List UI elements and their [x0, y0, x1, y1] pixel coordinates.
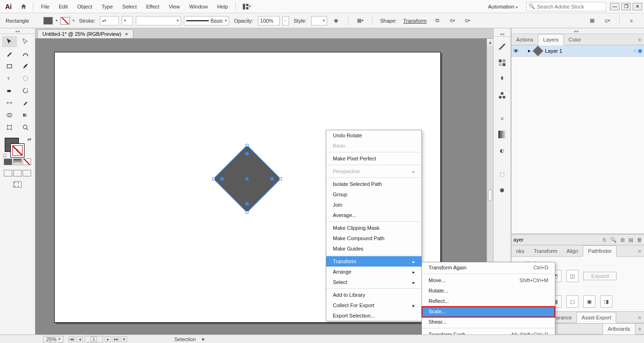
transform-icon-3[interactable]: ⧇▾: [462, 15, 474, 27]
stock-search-input[interactable]: [537, 4, 604, 9]
sub-transform-again[interactable]: Transform AgainCtrl+D: [422, 262, 555, 273]
menu-window[interactable]: Window: [185, 1, 213, 12]
next-artboard-icon[interactable]: ▸: [105, 336, 111, 342]
first-artboard-icon[interactable]: ⏮: [68, 336, 75, 342]
swap-fill-stroke-icon[interactable]: ⇄: [27, 137, 31, 142]
zoom-tool[interactable]: [18, 122, 33, 133]
ctx-group[interactable]: Group: [326, 189, 421, 200]
new-sublayer-icon[interactable]: ⊞: [620, 237, 625, 243]
ctx-average[interactable]: Average...: [326, 210, 421, 220]
opacity-value[interactable]: 100%: [258, 16, 280, 25]
paintbrush-tool[interactable]: [18, 60, 33, 72]
gradient-tool[interactable]: [18, 109, 33, 121]
draw-mode-inside[interactable]: [23, 170, 31, 176]
ctx-add-library[interactable]: Add to Library: [326, 290, 421, 300]
delete-layer-icon[interactable]: 🗑: [637, 237, 642, 243]
curvature-tool[interactable]: [18, 48, 33, 59]
opacity-menu[interactable]: ›: [282, 16, 289, 25]
collapse-panels[interactable]: ▸▸: [512, 28, 644, 34]
layer-name[interactable]: Layer 1: [545, 48, 562, 54]
tab-align[interactable]: Align: [562, 246, 583, 256]
expand-icon[interactable]: ▸: [528, 48, 531, 54]
ctx-export-selection[interactable]: Export Selection...: [326, 310, 421, 321]
tab-links[interactable]: nks: [512, 246, 529, 256]
ctx-isolate[interactable]: Isolate Selected Path: [326, 179, 421, 189]
tab-asset-export[interactable]: Asset Export: [577, 312, 616, 323]
tab-color[interactable]: Color: [564, 34, 586, 45]
menu-view[interactable]: View: [164, 1, 185, 12]
screen-mode[interactable]: ⛶: [13, 181, 22, 188]
properties-icon[interactable]: [496, 41, 508, 53]
expand-button[interactable]: Expand: [583, 272, 617, 280]
new-layer-icon[interactable]: ▤: [628, 237, 633, 243]
ctx-join[interactable]: Join: [326, 200, 421, 210]
sub-shear[interactable]: Shear...: [422, 317, 555, 327]
menu-edit[interactable]: Edit: [54, 1, 73, 12]
panel-menu-icon[interactable]: ≡: [625, 15, 637, 27]
selection-tool[interactable]: [2, 36, 17, 47]
close-button[interactable]: ✕: [633, 3, 642, 10]
chevron-down-icon[interactable]: ▾: [56, 18, 58, 23]
tab-pathfinder[interactable]: Pathfinder: [583, 245, 617, 257]
color-mode-gradient[interactable]: [13, 159, 22, 165]
3d-panel-icon[interactable]: ⬢: [496, 184, 508, 196]
ctx-transform[interactable]: Transform▸: [326, 256, 421, 267]
ctx-make-guides[interactable]: Make Guides: [326, 243, 421, 254]
type-tool[interactable]: T: [2, 73, 17, 84]
exclude-button[interactable]: ◫: [566, 270, 578, 282]
transparency-panel-icon[interactable]: ◐: [496, 144, 508, 157]
menu-select[interactable]: Select: [117, 1, 141, 12]
ctx-pixel-perfect[interactable]: Make Pixel Perfect: [326, 153, 421, 164]
crop-button[interactable]: ▢: [566, 295, 578, 308]
panel-menu-icon[interactable]: ≡: [636, 315, 644, 320]
pen-tool[interactable]: [2, 48, 17, 59]
stroke-swatch[interactable]: [60, 17, 70, 25]
home-icon[interactable]: [17, 0, 30, 13]
prefs-icon[interactable]: ⎚▾: [601, 15, 613, 27]
sub-rotate[interactable]: Rotate...: [422, 285, 555, 296]
brushes-icon[interactable]: [496, 73, 508, 85]
tab-artboards[interactable]: Artboards: [603, 323, 636, 335]
layer-row[interactable]: 👁 ▸ Layer 1 ○ ◼: [512, 45, 644, 57]
tab-layers[interactable]: Layers: [538, 34, 564, 45]
stroke-weight-menu[interactable]: ▾: [122, 16, 133, 25]
minus-back-button[interactable]: ◨: [600, 295, 612, 308]
minimize-button[interactable]: —: [610, 3, 619, 10]
rectangle-tool[interactable]: [2, 60, 17, 72]
transform-icon-2[interactable]: ⧈▾: [446, 15, 459, 27]
symbols-icon[interactable]: [496, 89, 508, 101]
menu-file[interactable]: File: [36, 1, 54, 12]
restore-button[interactable]: ❐: [621, 3, 631, 10]
color-mode-none[interactable]: [23, 159, 31, 165]
sub-move[interactable]: Move...Shift+Ctrl+M: [422, 275, 555, 285]
shape-builder-tool[interactable]: [2, 109, 17, 121]
zoom-level[interactable]: 25%▾: [43, 336, 64, 343]
stroke-color[interactable]: [10, 143, 25, 158]
draw-mode-behind[interactable]: [13, 170, 22, 176]
align-icon[interactable]: ▦▾: [354, 15, 366, 27]
prev-artboard-icon[interactable]: ◂: [76, 336, 83, 342]
ctx-compound-path[interactable]: Make Compound Path: [326, 233, 421, 243]
width-tool[interactable]: [2, 97, 17, 109]
artboard-nav-menu[interactable]: ▾: [121, 336, 127, 342]
style-menu[interactable]: ▾: [311, 16, 327, 25]
menu-type[interactable]: Type: [97, 1, 118, 12]
eraser-tool[interactable]: [2, 85, 17, 96]
ctx-arrange[interactable]: Arrange▸: [326, 267, 421, 277]
fill-swatch[interactable]: [43, 17, 53, 25]
brush-def[interactable]: Basic ▾: [184, 16, 229, 25]
default-fill-stroke-icon[interactable]: ◻: [3, 152, 7, 158]
menu-object[interactable]: Object: [73, 1, 97, 12]
stroke-weight[interactable]: ▴▾: [100, 16, 119, 25]
rotate-tool[interactable]: [18, 85, 33, 96]
direct-selection-tool[interactable]: [18, 36, 33, 47]
collapse-tools[interactable]: ◂◂: [0, 28, 35, 34]
panel-menu-icon[interactable]: ≡: [636, 326, 644, 332]
panel-menu-icon[interactable]: ≡: [636, 248, 644, 254]
chevron-down-icon[interactable]: ▾: [73, 18, 74, 23]
scroll-up-icon[interactable]: ▴: [487, 39, 493, 45]
eyedropper-tool[interactable]: [18, 97, 33, 109]
css-panel-icon[interactable]: ⬚: [496, 168, 508, 180]
stroke-panel-icon[interactable]: ≡: [496, 112, 508, 125]
status-menu-icon[interactable]: ▸: [202, 336, 205, 342]
